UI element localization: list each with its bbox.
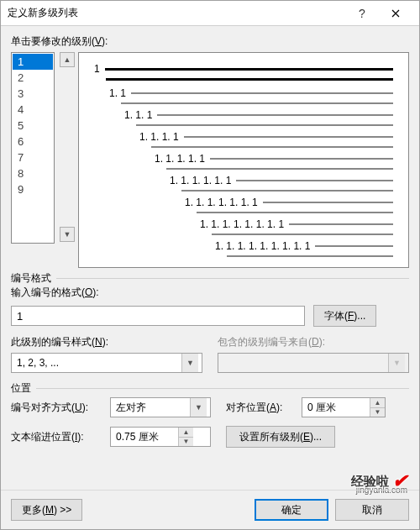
level-item[interactable]: 6 xyxy=(13,134,53,150)
preview-bar xyxy=(289,223,393,225)
preview-bar xyxy=(212,234,393,235)
click-level-label: 单击要修改的级别(V): xyxy=(11,34,409,49)
preview-bar xyxy=(166,168,393,170)
number-format-input[interactable] xyxy=(11,306,305,326)
preview-number: 1. 1. 1. 1. 1. 1. 1. 1 xyxy=(200,218,284,230)
cancel-button[interactable]: 取消 xyxy=(335,499,409,521)
preview-row: 1. 1. 1. 1. 1. 1. 1. 1 xyxy=(200,218,393,230)
preview-row: 1. 1. 1. 1. 1. 1 xyxy=(170,175,393,186)
preview-bar xyxy=(181,190,393,192)
level-item[interactable]: 8 xyxy=(13,165,53,181)
chevron-down-icon: ▼ xyxy=(388,354,405,372)
preview-row: 1. 1. 1. 1. 1. 1. 1 xyxy=(185,197,393,208)
number-format-group: 编号格式 输入编号的格式(O): 字体(F)... 此级别的编号样式(N): 1… xyxy=(11,278,409,373)
text-indent-value[interactable] xyxy=(111,428,178,446)
spinner-down-icon[interactable]: ▼ xyxy=(179,438,193,447)
preview-bar xyxy=(263,202,393,203)
chevron-down-icon: ▼ xyxy=(181,354,198,372)
text-indent-label: 文本缩进位置(I): xyxy=(11,430,102,444)
level-scroll-up[interactable]: ▲ xyxy=(60,52,75,67)
include-level-label: 包含的级别编号来自(D): xyxy=(218,335,409,349)
list-preview: 11. 11. 1. 11. 1. 1. 11. 1. 1. 1. 11. 1.… xyxy=(78,52,409,268)
preview-bar xyxy=(227,255,393,257)
align-at-label: 对齐位置(A): xyxy=(226,401,293,415)
preview-bar xyxy=(151,146,393,148)
preview-bar xyxy=(131,92,393,94)
preview-bar xyxy=(210,158,393,160)
help-button[interactable]: ? xyxy=(345,2,379,25)
preview-number: 1. 1. 1. 1 xyxy=(139,131,179,143)
preview-row: 1. 1. 1. 1. 1 xyxy=(155,153,393,165)
number-style-value: 1, 2, 3, ... xyxy=(17,357,59,369)
align-at-value[interactable] xyxy=(302,398,370,417)
number-format-legend: 编号格式 xyxy=(11,271,56,286)
spinner-up-icon[interactable]: ▲ xyxy=(179,428,193,438)
close-button[interactable] xyxy=(379,2,412,25)
level-item[interactable]: 1 xyxy=(13,54,53,70)
titlebar: 定义新多级列表 ? xyxy=(1,1,419,26)
level-listbox[interactable]: 123456789 xyxy=(11,52,55,244)
preview-number: 1 xyxy=(94,63,100,75)
spinner-down-icon[interactable]: ▼ xyxy=(370,408,385,417)
preview-row: 1. 1 xyxy=(109,87,393,99)
preview-row: 1. 1. 1. 1. 1. 1. 1. 1. 1 xyxy=(215,240,393,252)
preview-row: 1 xyxy=(94,63,393,75)
position-group: 位置 编号对齐方式(U): 左对齐 ▼ 对齐位置(A): ▲ ▼ xyxy=(11,388,409,448)
align-at-spinner[interactable]: ▲ ▼ xyxy=(302,397,386,417)
preview-bar xyxy=(236,180,393,181)
number-align-value: 左对齐 xyxy=(116,401,146,415)
set-all-levels-button[interactable]: 设置所有级别(E)... xyxy=(226,426,335,448)
close-icon xyxy=(391,9,400,18)
text-indent-spinner[interactable]: ▲ ▼ xyxy=(110,427,211,447)
preview-number: 1. 1 xyxy=(109,87,126,99)
ok-button[interactable]: 确定 xyxy=(255,499,328,521)
level-item[interactable]: 3 xyxy=(13,86,53,102)
level-item[interactable]: 5 xyxy=(13,118,53,134)
preview-number: 1. 1. 1. 1. 1. 1 xyxy=(170,175,231,186)
enter-format-label: 输入编号的格式(O): xyxy=(11,286,409,300)
level-item[interactable]: 9 xyxy=(13,181,53,197)
preview-number: 1. 1. 1. 1. 1. 1. 1 xyxy=(185,197,258,208)
preview-number: 1. 1. 1. 1. 1. 1. 1. 1. 1 xyxy=(215,240,310,252)
chevron-down-icon: ▼ xyxy=(190,398,207,417)
dialog-window: 定义新多级列表 ? 单击要修改的级别(V): 123456789 ▲ ▼ 11.… xyxy=(0,0,420,530)
dialog-footer: 更多(M) >> 确定 取消 xyxy=(1,490,419,529)
dialog-content: 单击要修改的级别(V): 123456789 ▲ ▼ 11. 11. 1. 11… xyxy=(1,26,419,454)
preview-row: 1. 1. 1. 1 xyxy=(139,131,393,143)
number-style-label: 此级别的编号样式(N): xyxy=(11,335,202,349)
window-title: 定义新多级列表 xyxy=(8,6,345,20)
number-align-select[interactable]: 左对齐 ▼ xyxy=(110,397,211,417)
include-level-select: ▼ xyxy=(218,353,409,373)
preview-bar xyxy=(197,212,393,213)
preview-row: 1. 1. 1 xyxy=(124,109,393,121)
preview-bar xyxy=(184,136,393,138)
preview-bar xyxy=(106,78,393,81)
spinner-up-icon[interactable]: ▲ xyxy=(370,398,385,408)
font-button[interactable]: 字体(F)... xyxy=(313,305,376,327)
preview-bar xyxy=(105,68,393,71)
preview-number: 1. 1. 1 xyxy=(124,109,152,121)
number-align-label: 编号对齐方式(U): xyxy=(11,401,102,415)
preview-bar xyxy=(157,114,393,116)
level-item[interactable]: 4 xyxy=(13,102,53,118)
level-item[interactable]: 7 xyxy=(13,150,53,165)
position-legend: 位置 xyxy=(11,381,36,396)
level-item[interactable]: 2 xyxy=(13,70,53,86)
preview-number: 1. 1. 1. 1. 1 xyxy=(155,153,205,165)
preview-bar xyxy=(315,245,393,247)
preview-bar xyxy=(121,102,393,104)
preview-bar xyxy=(136,124,393,126)
more-button[interactable]: 更多(M) >> xyxy=(11,499,82,521)
number-style-select[interactable]: 1, 2, 3, ... ▼ xyxy=(11,353,202,373)
level-scroll-down[interactable]: ▼ xyxy=(60,227,75,242)
